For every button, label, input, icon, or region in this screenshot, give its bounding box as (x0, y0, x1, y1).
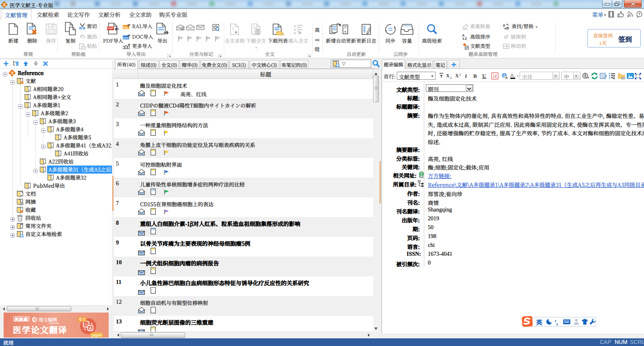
svg-text:?: ? (638, 11, 641, 17)
svg-text:Z: Z (465, 37, 467, 40)
svg-text:2: 2 (450, 76, 452, 79)
svg-text:U: U (482, 73, 486, 79)
svg-text:文: 文 (2, 2, 6, 7)
svg-text:?: ? (232, 26, 234, 31)
svg-text:A: A (89, 326, 92, 331)
svg-text:X: X (455, 73, 459, 79)
svg-text:B: B (473, 73, 477, 79)
svg-text:B: B (506, 26, 509, 30)
svg-text:A: A (462, 33, 464, 37)
svg-text:文: 文 (10, 70, 14, 76)
svg-text:PDF: PDF (108, 27, 114, 30)
svg-text:X: X (446, 73, 450, 79)
svg-text:A: A (503, 23, 506, 27)
svg-text:I: I (465, 73, 467, 79)
svg-text:A: A (510, 73, 514, 79)
svg-text:汉: 汉 (493, 73, 497, 79)
svg-text:2: 2 (459, 73, 461, 77)
